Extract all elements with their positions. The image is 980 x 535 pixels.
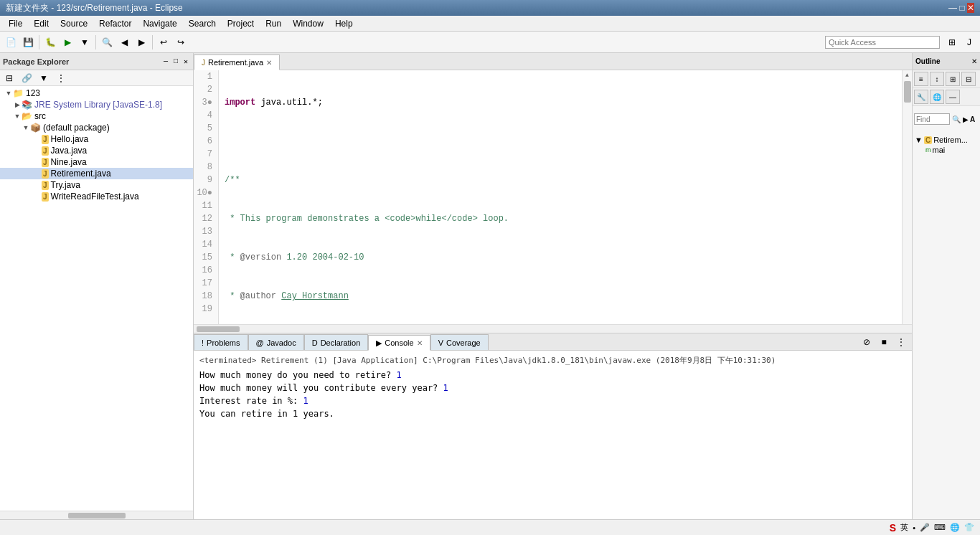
- java-icon-writeread: J: [42, 192, 49, 202]
- tab-close-btn[interactable]: ✕: [266, 59, 272, 67]
- panel-close[interactable]: ✕: [182, 57, 190, 67]
- tree-label-hello: Hello.java: [51, 134, 89, 144]
- tree-item-src[interactable]: ▼ 📂 src: [0, 110, 193, 122]
- panel-minimize[interactable]: —: [161, 57, 170, 67]
- find-search-btn[interactable]: 🔍: [951, 115, 961, 124]
- next-edit-btn[interactable]: ↪: [173, 34, 189, 50]
- tab-javadoc[interactable]: @ Javadoc: [248, 334, 304, 350]
- tab-declaration[interactable]: D Declaration: [304, 334, 369, 350]
- outline-main-item[interactable]: m mai: [914, 145, 979, 155]
- tree-item-java[interactable]: J Java.java: [0, 145, 193, 156]
- search-btn[interactable]: 🔍: [99, 34, 115, 50]
- new-btn[interactable]: 📄: [3, 34, 19, 50]
- tab-coverage[interactable]: V Coverage: [430, 334, 489, 350]
- find-input[interactable]: [914, 113, 950, 125]
- title-bar: 新建文件夹 - 123/src/Retirement.java - Eclips…: [0, 0, 980, 16]
- menu-source[interactable]: Source: [55, 17, 93, 30]
- tree-item-hello[interactable]: J Hello.java: [0, 133, 193, 145]
- rp-btn-1[interactable]: ≡: [914, 72, 928, 86]
- panel-menu-btn[interactable]: ⋮: [53, 70, 69, 86]
- menu-edit[interactable]: Edit: [28, 17, 55, 30]
- console-options[interactable]: ⋮: [893, 334, 909, 350]
- rp-btn-4[interactable]: ⊟: [961, 72, 976, 86]
- tb-sep3: [152, 35, 153, 49]
- tab-console-close[interactable]: ✕: [417, 339, 423, 347]
- project-icon: 📁: [13, 88, 24, 98]
- tree-item-nine[interactable]: J Nine.java: [0, 156, 193, 168]
- link-editor-btn[interactable]: 🔗: [19, 70, 34, 86]
- rp-close[interactable]: ✕: [971, 57, 977, 65]
- tree-item-writeread[interactable]: J WriteReadFileTest.java: [0, 191, 193, 202]
- editor-vertical-scrollbar[interactable]: ▲: [902, 70, 912, 324]
- menu-file[interactable]: File: [3, 17, 28, 30]
- tab-problems[interactable]: ! Problems: [194, 334, 248, 350]
- left-h-scrollbar[interactable]: [0, 511, 193, 519]
- menu-navigate[interactable]: Navigate: [137, 17, 182, 30]
- menu-help[interactable]: Help: [329, 17, 359, 30]
- title-text: 新建文件夹 - 123/src/Retirement.java - Eclips…: [6, 2, 183, 14]
- taskbar-icon-2: •: [913, 524, 915, 532]
- rp-btn-5[interactable]: 🔧: [914, 90, 928, 104]
- console-line-1: How much money do you need to retire? 1: [199, 369, 906, 382]
- outline-expand[interactable]: ▼: [915, 136, 923, 144]
- tab-console-icon: ▶: [376, 338, 382, 348]
- bottom-tab-controls: ⊘ ■ ⋮: [856, 334, 912, 350]
- rp-btn-6[interactable]: 🌐: [930, 90, 944, 104]
- forward-btn[interactable]: ▶: [133, 34, 149, 50]
- tree-item-retirement[interactable]: J Retirement.java: [0, 168, 193, 179]
- tree-item-try[interactable]: J Try.java: [0, 179, 193, 191]
- scroll-up-arrow[interactable]: ▲: [903, 70, 912, 80]
- tab-console[interactable]: ▶ Console ✕: [368, 335, 430, 351]
- collapse-all-btn[interactable]: ⊟: [1, 70, 17, 86]
- code-content-area[interactable]: import java.util.*; /** * This program d…: [219, 70, 902, 324]
- run-dropdown[interactable]: ▼: [77, 34, 93, 50]
- tree-item-default-pkg[interactable]: ▼ 📦 (default package): [0, 122, 193, 133]
- rp-btn-7[interactable]: —: [946, 90, 960, 104]
- panel-maximize[interactable]: □: [171, 57, 180, 67]
- menu-project[interactable]: Project: [222, 17, 260, 30]
- tree-view-btn[interactable]: ▼: [36, 70, 52, 86]
- rp-btn-2[interactable]: ↕: [930, 72, 944, 86]
- perspective-btn[interactable]: ⊞: [944, 34, 960, 50]
- java-icon-retirement: J: [42, 169, 49, 179]
- line-3: 3●: [194, 96, 215, 109]
- run-btn[interactable]: ▶: [60, 34, 75, 50]
- rp-btn-3[interactable]: ⊞: [946, 72, 960, 86]
- console-clear-btn[interactable]: ⊘: [859, 334, 875, 350]
- title-controls[interactable]: — □ ✕: [948, 3, 974, 13]
- expand-arrow-jre[interactable]: ▶: [13, 101, 22, 108]
- find-arrow[interactable]: ▶: [963, 115, 969, 123]
- code-scroll-area[interactable]: 1 2 3● 4 5 6 7 8 9 10● 11 12 13 14: [194, 70, 912, 324]
- console-stop-btn[interactable]: ■: [876, 334, 892, 350]
- debug-btn[interactable]: 🐛: [42, 34, 58, 50]
- menu-search[interactable]: Search: [183, 17, 222, 30]
- close-btn[interactable]: ✕: [967, 3, 974, 13]
- expand-arrow-src[interactable]: ▼: [13, 113, 22, 120]
- quick-access-input[interactable]: [825, 36, 940, 49]
- save-btn[interactable]: 💾: [20, 34, 36, 50]
- prev-edit-btn[interactable]: ↩: [156, 34, 171, 50]
- java-perspective[interactable]: J: [961, 34, 977, 50]
- maximize-btn[interactable]: □: [959, 3, 964, 13]
- package-explorer-title: Package Explorer: [3, 57, 69, 66]
- src-icon: 📂: [22, 111, 32, 121]
- outline-class-icon: C: [924, 136, 932, 144]
- code-editor: 1 2 3● 4 5 6 7 8 9 10● 11 12 13 14: [194, 70, 912, 333]
- rp-spacer: [913, 106, 980, 112]
- tab-retirement-java[interactable]: J Retirement.java ✕: [194, 55, 280, 70]
- menu-window[interactable]: Window: [287, 17, 329, 30]
- tree-label-123: 123: [26, 88, 40, 98]
- tree-item-123[interactable]: ▼ 📁 123: [0, 87, 193, 99]
- tree-item-jre[interactable]: ▶ 📚 JRE System Library [JavaSE-1.8]: [0, 99, 193, 110]
- menu-run[interactable]: Run: [260, 17, 287, 30]
- expand-arrow-123[interactable]: ▼: [4, 90, 13, 97]
- menu-bar: File Edit Source Refactor Navigate Searc…: [0, 16, 980, 32]
- editor-h-scrollbar[interactable]: [194, 324, 912, 333]
- expand-arrow-pkg[interactable]: ▼: [22, 124, 30, 131]
- line-19: 19: [194, 303, 215, 316]
- scrollbar-thumb[interactable]: [904, 81, 911, 103]
- menu-refactor[interactable]: Refactor: [93, 17, 137, 30]
- minimize-btn[interactable]: —: [948, 3, 957, 13]
- tab-declaration-label: Declaration: [321, 338, 361, 347]
- back-btn[interactable]: ◀: [116, 34, 132, 50]
